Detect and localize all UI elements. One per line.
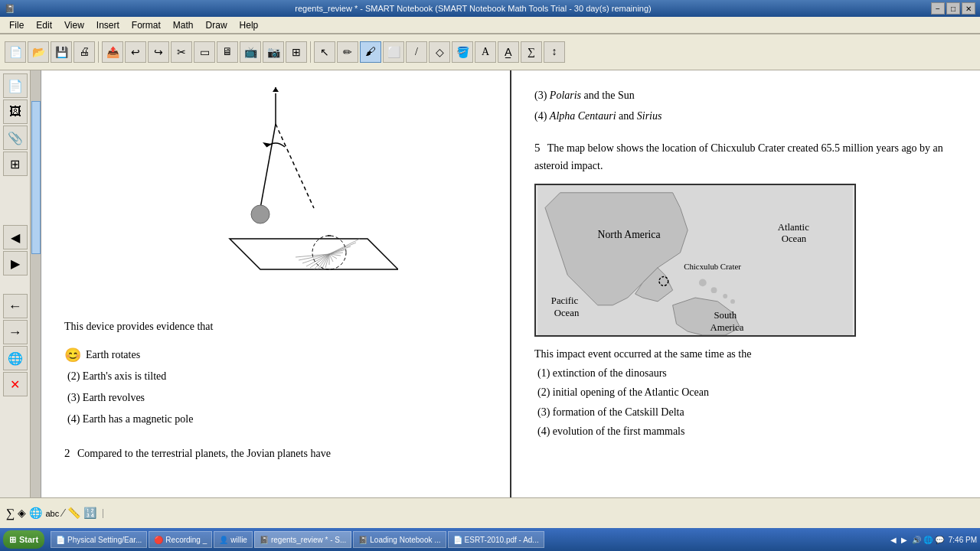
monitor-btn[interactable]: 🖥 [217, 41, 238, 63]
camera-btn[interactable]: 📷 [263, 41, 284, 63]
redo-btn[interactable]: ↪ [148, 41, 169, 63]
ruler-btn[interactable]: 📏 [67, 507, 80, 520]
taskbar-btn-5[interactable]: 📄 ESRT-2010.pdf - Ad... [448, 531, 544, 548]
sidebar-extra2[interactable]: ✕ [3, 372, 28, 396]
scroll-indicator [31, 70, 41, 497]
eraser-btn[interactable]: ⬜ [383, 41, 404, 63]
minimize-button[interactable]: − [931, 2, 945, 15]
new-page-btn[interactable]: 📄 [5, 41, 26, 63]
taskbar-btn-2[interactable]: 👤 willie [214, 531, 253, 548]
clock: 7:46 PM [949, 536, 977, 544]
math-btn[interactable]: ∑ [521, 41, 542, 63]
fill-btn[interactable]: 🪣 [452, 41, 473, 63]
svg-text:America: America [710, 322, 744, 333]
menu-help[interactable]: Help [234, 18, 265, 32]
svg-text:South: South [714, 310, 737, 321]
menu-edit[interactable]: Edit [30, 18, 58, 32]
formula-btn[interactable]: ◈ [18, 507, 26, 520]
nav-right[interactable]: ▶ [901, 536, 907, 544]
menu-file[interactable]: File [3, 18, 30, 32]
main-container: 📄 🖼 📎 ⊞ ◀ ▶ ← → 🌐 ✕ [0, 70, 980, 497]
impact-ans-2: (2) initial opening of the Atlantic Ocea… [537, 383, 957, 402]
highlighter-btn[interactable]: 🖌 [360, 41, 381, 63]
cursor-btn[interactable]: ↖ [314, 41, 335, 63]
globe-btn[interactable]: 🌐 [29, 507, 42, 520]
arrow-btn[interactable]: ↕ [544, 41, 565, 63]
sidebar-clip-btn[interactable]: 📎 [3, 126, 28, 150]
answer-item-4: (4) Earth has a magnetic pole [67, 409, 487, 430]
sigma-btn[interactable]: ∑ [6, 507, 15, 520]
smiley-icon: 😊 [64, 347, 81, 364]
sidebar-nav-fwd[interactable]: → [3, 320, 28, 344]
sidebar-forward-btn[interactable]: ▶ [3, 251, 28, 276]
sidebar-back-btn[interactable]: ◀ [3, 225, 28, 249]
undo-btn[interactable]: ↩ [125, 41, 146, 63]
start-icon: ⊞ [9, 535, 16, 545]
question-5: 5 The map below shows the location of Ch… [534, 139, 957, 174]
separator-bottom: | [103, 507, 104, 519]
svg-text:North America: North America [598, 229, 661, 240]
sidebar-addon-btn[interactable]: ⊞ [3, 152, 28, 176]
taskbar-btn-3[interactable]: 📓 regents_review * - S... [254, 531, 351, 548]
svg-line-2 [276, 124, 314, 208]
maximize-button[interactable]: □ [946, 2, 960, 15]
impact-ans-4: (4) evolution of the first mammals [537, 422, 957, 441]
separator1 [98, 41, 99, 63]
screen-btn[interactable]: 📺 [240, 41, 261, 63]
taskbar-label-2: willie [230, 536, 247, 544]
sidebar-page-btn[interactable]: 📄 [3, 73, 28, 98]
line-btn[interactable]: / [406, 41, 427, 63]
impact-ans-3: (3) formation of the Catskill Delta [537, 403, 957, 422]
abc-btn[interactable]: abc [45, 509, 59, 518]
menu-view[interactable]: View [58, 18, 90, 32]
menu-math[interactable]: Math [167, 18, 200, 32]
calculator-btn[interactable]: 🔢 [83, 507, 96, 520]
taskbar-right: ◀ ▶ 🔊 🌐 💬 7:46 PM [890, 536, 977, 544]
prev-answer-4: (4) Alpha Centauri and Sirius [534, 106, 957, 127]
sidebar-image-btn[interactable]: 🖼 [3, 99, 28, 124]
open-btn[interactable]: 📂 [28, 41, 49, 63]
table-btn[interactable]: ⊞ [286, 41, 307, 63]
print-btn[interactable]: 🖨 [74, 41, 95, 63]
taskbar-icon-5: 📄 [453, 536, 462, 544]
cut-btn[interactable]: ✂ [171, 41, 192, 63]
taskbar-label-3: regents_review * - S... [271, 536, 346, 544]
export-btn[interactable]: 📤 [102, 41, 123, 63]
menu-format[interactable]: Format [126, 18, 167, 32]
shape-btn[interactable]: ◇ [429, 41, 450, 63]
menu-draw[interactable]: Draw [200, 18, 234, 32]
window-controls[interactable]: − □ ✕ [931, 2, 975, 15]
fraction-btn[interactable]: ⁄ [62, 507, 64, 520]
taskbar-icon-1: 🔴 [154, 536, 163, 544]
taskbar-btn-4[interactable]: 📓 Loading Notebook ... [353, 531, 446, 548]
chicxulub-map: North America Atlantic Ocean Chicxulub C… [534, 184, 856, 337]
title-bar: 📓 regents_review * - SMART Notebook (SMA… [0, 0, 980, 17]
underline-btn[interactable]: A̲ [498, 41, 519, 63]
bottom-toolbar: ∑ ◈ 🌐 abc ⁄ 📏 🔢 | [0, 497, 980, 528]
map-svg: North America Atlantic Ocean Chicxulub C… [536, 185, 854, 335]
sidebar-extra1[interactable]: 🌐 [3, 346, 28, 370]
pen-btn[interactable]: ✏ [337, 41, 358, 63]
menu-insert[interactable]: Insert [90, 18, 126, 32]
scroll-thumb[interactable] [31, 101, 41, 254]
taskbar-icon-4: 📓 [358, 536, 368, 544]
answer-item-2: (2) Earth's axis is tilted [67, 366, 487, 387]
svg-marker-5 [273, 87, 279, 92]
save-btn[interactable]: 💾 [51, 41, 72, 63]
taskbar-btn-0[interactable]: 📄 Physical Setting/Ear... [51, 531, 147, 548]
pendulum-svg [153, 86, 398, 300]
main-toolbar: 📄 📂 💾 🖨 📤 ↩ ↪ ✂ ▭ 🖥 📺 📷 ⊞ ↖ ✏ 🖌 ⬜ / ◇ 🪣 … [0, 34, 980, 70]
svg-text:Chicxulub Crater: Chicxulub Crater [684, 262, 741, 271]
rectangle-btn[interactable]: ▭ [194, 41, 215, 63]
text-btn[interactable]: A [475, 41, 496, 63]
close-button[interactable]: ✕ [962, 2, 975, 15]
nav-left[interactable]: ◀ [890, 536, 897, 544]
start-button[interactable]: ⊞ Start [3, 530, 44, 549]
start-label: Start [19, 535, 38, 544]
sidebar-nav-back[interactable]: ← [3, 294, 28, 318]
taskbar-label-1: Recording _ [165, 536, 207, 544]
taskbar-btn-1[interactable]: 🔴 Recording _ [149, 531, 212, 548]
answer-1-text: Earth rotates [86, 344, 140, 366]
svg-point-34 [730, 299, 735, 304]
left-sidebar: 📄 🖼 📎 ⊞ ◀ ▶ ← → 🌐 ✕ [0, 70, 31, 497]
